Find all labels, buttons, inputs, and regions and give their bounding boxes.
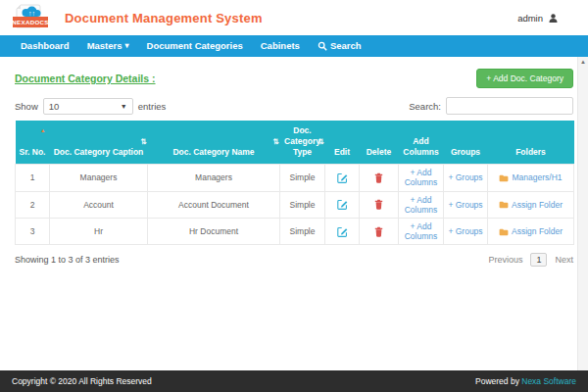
powered-by: Powered by Nexa Software	[475, 376, 576, 386]
folder-link[interactable]: Assign Folder	[512, 200, 563, 210]
table-meta: Showing 1 to 3 of 3 entries Previous 1 N…	[15, 253, 573, 267]
folder-icon	[499, 226, 509, 236]
cell-add-columns: + Add Columns	[399, 165, 444, 191]
cell-edit	[325, 191, 360, 218]
user-menu[interactable]: admin	[517, 13, 559, 24]
cell-folders: Assign Folder	[488, 218, 574, 244]
table-body: 1 Managers Managers Simple + Add C	[16, 165, 574, 245]
column-header-type[interactable]: Doc. Category Type ⇅	[280, 121, 325, 165]
select-caret-icon: ▼	[121, 103, 127, 110]
nav-item-cabinets[interactable]: Cabinets	[252, 35, 309, 57]
cell-category-type: Simple	[280, 191, 325, 218]
cell-delete	[360, 191, 399, 218]
table-search-input[interactable]	[446, 97, 573, 115]
edit-icon[interactable]	[337, 225, 348, 236]
cell-delete	[360, 218, 399, 244]
trash-icon[interactable]	[374, 225, 383, 236]
nav-item-masters[interactable]: Masters ▾	[78, 35, 138, 57]
search-icon	[318, 41, 327, 51]
nav-item-dashboard[interactable]: Dashboard	[12, 35, 78, 57]
cell-category-name: Hr Document	[148, 218, 280, 244]
edit-icon[interactable]	[337, 199, 348, 210]
column-header-add-columns: Add Columns	[399, 121, 444, 165]
vertical-scrollbar[interactable]: ▲	[577, 57, 588, 370]
logo-text: NEXADOCS	[12, 19, 48, 25]
sort-icon: ⇅	[272, 137, 278, 147]
entries-label: entries	[138, 101, 167, 112]
main-nav: Dashboard Masters ▾ Document Categories …	[0, 35, 588, 57]
cell-folders: Assign Folder	[488, 191, 574, 218]
sort-icon: ⇅	[140, 137, 146, 147]
add-columns-link[interactable]: + Add Columns	[405, 221, 438, 241]
previous-page-button[interactable]: Previous	[488, 255, 522, 265]
nav-item-document-categories[interactable]: Document Categories	[138, 35, 252, 57]
column-header-folders: Folders	[488, 121, 574, 165]
column-header-edit: Edit	[325, 121, 360, 165]
column-header-name[interactable]: Doc. Category Name ⇅	[148, 121, 280, 165]
add-doc-category-button[interactable]: + Add Doc. Category	[476, 69, 573, 88]
sort-icon: ⇅	[318, 137, 323, 147]
cloud-arrows-icon: ↑↑	[28, 10, 35, 17]
folder-link[interactable]: Managers/H1	[512, 172, 562, 182]
table-row: 1 Managers Managers Simple + Add C	[16, 165, 574, 191]
page-title: Document Category Details :	[15, 73, 156, 84]
cell-sr-no: 1	[16, 165, 50, 191]
caret-down-icon: ▾	[125, 42, 129, 50]
column-header-groups: Groups	[444, 121, 488, 165]
table-header: Sr. No. ▲ Doc. Category Caption ⇅ Doc. C…	[16, 121, 574, 165]
trash-icon[interactable]	[374, 172, 383, 183]
column-header-sr-no[interactable]: Sr. No. ▲	[16, 121, 50, 165]
entries-select[interactable]: 10 ▼	[43, 98, 133, 115]
footer: Copyright © 2020 All Rights Reserved Pow…	[0, 370, 588, 392]
cell-category-type: Simple	[280, 218, 325, 244]
nexadocs-logo-icon: ↑↑ NEXADOCS	[8, 3, 55, 32]
table-controls: Show 10 ▼ entries Search:	[15, 97, 573, 115]
add-columns-link[interactable]: + Add Columns	[405, 195, 438, 215]
search-wrap: Search:	[409, 97, 573, 115]
top-header: ↑↑ NEXADOCS Document Management System a…	[0, 0, 588, 35]
sort-asc-icon: ▲	[40, 127, 45, 134]
search-label: Search:	[409, 101, 441, 112]
cell-sr-no: 2	[16, 191, 50, 218]
groups-link[interactable]: + Groups	[448, 172, 482, 182]
cell-category-caption: Account	[50, 191, 148, 218]
trash-icon[interactable]	[374, 199, 383, 210]
main-content: Document Category Details : + Add Doc. C…	[0, 69, 588, 267]
section-head: Document Category Details : + Add Doc. C…	[15, 69, 573, 88]
column-header-delete: Delete	[360, 121, 399, 165]
cell-category-name: Managers	[148, 165, 280, 191]
folder-icon	[499, 172, 509, 182]
cell-groups: + Groups	[444, 218, 488, 244]
nav-item-search[interactable]: Search	[309, 35, 370, 57]
groups-link[interactable]: + Groups	[448, 200, 482, 210]
cell-edit	[325, 218, 360, 244]
page: ↑↑ NEXADOCS Document Management System a…	[0, 0, 588, 392]
add-columns-link[interactable]: + Add Columns	[405, 168, 438, 187]
doc-category-table: Sr. No. ▲ Doc. Category Caption ⇅ Doc. C…	[15, 121, 574, 245]
cell-delete	[360, 165, 399, 191]
scroll-up-icon[interactable]: ▲	[578, 57, 588, 68]
table-info: Showing 1 to 3 of 3 entries	[15, 255, 120, 265]
current-page-button[interactable]: 1	[530, 253, 547, 267]
next-page-button[interactable]: Next	[555, 255, 573, 265]
cell-add-columns: + Add Columns	[399, 191, 444, 218]
cell-category-name: Account Document	[148, 191, 280, 218]
show-label: Show	[15, 101, 38, 112]
groups-link[interactable]: + Groups	[448, 226, 482, 236]
user-icon	[548, 13, 559, 24]
cell-sr-no: 3	[16, 218, 50, 244]
table-row: 3 Hr Hr Document Simple + Add Colu	[16, 218, 574, 244]
folder-link[interactable]: Assign Folder	[512, 226, 563, 236]
folder-icon	[499, 200, 509, 210]
cell-add-columns: + Add Columns	[399, 218, 444, 244]
nexa-software-link[interactable]: Nexa Software	[521, 376, 576, 386]
pagination: Previous 1 Next	[488, 253, 573, 267]
edit-icon[interactable]	[337, 172, 348, 183]
column-header-caption[interactable]: Doc. Category Caption ⇅	[50, 121, 148, 165]
copyright-text: Copyright © 2020 All Rights Reserved	[12, 376, 152, 386]
cell-category-caption: Hr	[50, 218, 148, 244]
cell-category-type: Simple	[280, 165, 325, 191]
cell-groups: + Groups	[444, 165, 488, 191]
app-title: Document Management System	[65, 11, 263, 25]
cell-category-caption: Managers	[50, 165, 148, 191]
